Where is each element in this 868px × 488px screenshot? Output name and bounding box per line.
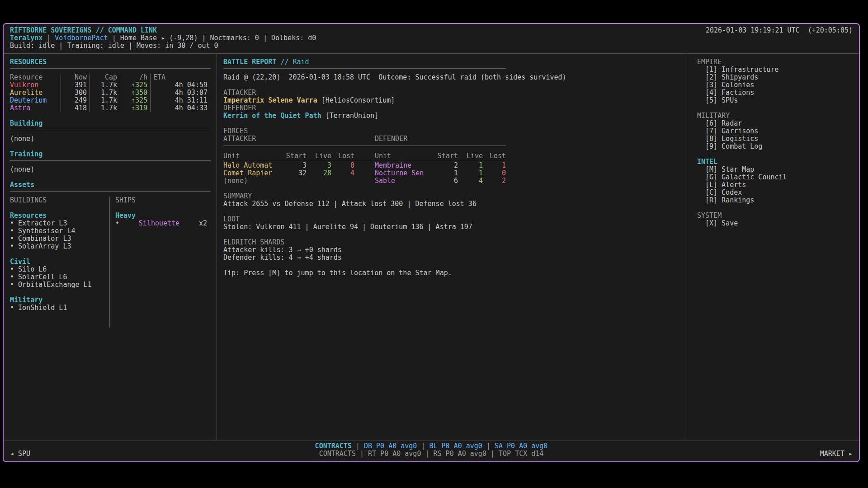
resource-row-deuterium: Deuterium 249 1.7k ↑325 4h 31:11	[10, 97, 210, 104]
unit-live: 4	[458, 177, 483, 185]
ticker-seg: RT P0 A0 avg0	[368, 450, 421, 458]
building-item: Synthesiser L4	[10, 227, 109, 235]
menu-item-save[interactable]: [X]Save	[705, 220, 853, 227]
menu-item-shipyards[interactable]: [2]Shipyards	[705, 74, 853, 81]
menu-item-rankings[interactable]: [R]Rankings	[705, 197, 853, 204]
menu-item-logistics[interactable]: [8]Logistics	[705, 135, 853, 143]
contracts-label[interactable]: CONTRACTS	[315, 442, 352, 450]
menu-item-alerts[interactable]: [L]Alerts	[705, 181, 853, 189]
resources-title: RESOURCES	[10, 58, 210, 66]
contracts-label[interactable]: CONTRACTS	[319, 450, 356, 458]
menu-item-spus[interactable]: [5]SPUs	[705, 97, 853, 104]
menu-item-colonies[interactable]: [3]Colonies	[705, 81, 853, 89]
menu-title-intel: INTEL	[697, 158, 853, 166]
menu-item-star-map[interactable]: [M]Star Map	[705, 166, 853, 174]
resource-cap: 1.7k	[90, 104, 120, 112]
col-resource: Resource	[10, 74, 61, 81]
menu-item-radar[interactable]: [6]Radar	[705, 120, 853, 127]
unit-name: Membraine	[375, 162, 429, 169]
menu-item-galactic-council[interactable]: [G]Galactic Council	[705, 174, 853, 181]
hotkey: [G]	[705, 174, 717, 181]
market-nav[interactable]: MARKET ▸	[820, 450, 853, 458]
menu-item-label: Codex	[722, 188, 742, 197]
col-cap: Cap	[90, 74, 120, 81]
unit-live: 28	[307, 169, 331, 177]
resource-row-vulkron: Vulkron 391 1.7k ↑325 4h 04:59	[10, 81, 210, 89]
hotkey: [8]	[705, 135, 717, 143]
resource-name: Deuterium	[10, 97, 61, 104]
separator: |	[417, 442, 429, 450]
col-lost: Lost	[483, 152, 506, 162]
footer: CONTRACTS | DB P0 A0 avg0 | BL P0 A0 avg…	[4, 441, 859, 461]
ticker-seg: DB P0 A0 avg0	[364, 442, 417, 450]
hotkey: [4]	[705, 89, 717, 97]
resource-now: 300	[61, 89, 90, 97]
ticker-seg: TOP TCX d14	[499, 450, 543, 458]
ship-name: Silhouette	[139, 220, 179, 227]
resource-now: 418	[61, 104, 90, 112]
header: RIFTBORNE SOVEREIGNS // COMMAND LINK 202…	[4, 24, 859, 54]
group-resources: Resources	[10, 212, 109, 220]
hotkey: [R]	[705, 197, 717, 204]
loot-label: LOOT	[223, 216, 680, 223]
loot-text: Stolen: Vulkron 411 | Aurelite 94 | Deut…	[223, 223, 680, 231]
building-item: IonShield L1	[10, 304, 109, 312]
col-rate: /h	[120, 74, 150, 81]
unit-start	[278, 177, 307, 185]
col-live: Live	[307, 152, 331, 162]
separator: |	[482, 442, 495, 450]
summary-label: SUMMARY	[223, 192, 680, 200]
resource-rate: ↑319	[120, 104, 150, 112]
resource-rate: ↑350	[120, 89, 150, 97]
building-item: Extractor L3	[10, 220, 109, 227]
shards-attacker-line: Attacker kills: 3 → +0 shards	[223, 246, 680, 254]
menu-item-infrastructure[interactable]: [1]Infrastructure	[705, 66, 853, 74]
col-unit: Unit	[223, 152, 278, 162]
divider	[10, 130, 211, 130]
training-status: (none)	[10, 166, 210, 174]
resource-rate: ↑325	[120, 81, 150, 89]
attacker-label: ATTACKER	[223, 89, 680, 97]
ships-header: SHIPS	[115, 197, 210, 204]
battle-headline: Raid @ (22,20) 2026-01-03 18:58 UTC Outc…	[223, 74, 680, 81]
ticker-seg: RS P0 A0 avg0	[434, 450, 486, 458]
hotkey: [2]	[705, 74, 717, 81]
forces-tables: Unit Start Live Lost Halo Automat 3 3 0 …	[223, 152, 506, 185]
unit-start: 1	[429, 169, 458, 177]
spu-nav[interactable]: ◂ SPU	[10, 450, 30, 458]
menu-item-factions[interactable]: [4]Factions	[705, 89, 853, 97]
unit-name: Halo Automat	[223, 162, 278, 169]
unit-start: 3	[278, 162, 307, 169]
unit-live: 1	[458, 169, 483, 177]
app-title: RIFTBORNE SOVEREIGNS // COMMAND LINK	[10, 27, 157, 34]
menu-item-label: Star Map	[722, 165, 754, 174]
menu-item-combat-log[interactable]: [9]Combat Log	[705, 143, 853, 150]
contracts-ticker-line-2: CONTRACTS | RT P0 A0 avg0 | RS P0 A0 avg…	[4, 450, 859, 458]
unit-name: Sable	[375, 177, 429, 185]
building-item: OrbitalExchange L1	[10, 281, 109, 289]
ticker-seg: BL P0 A0 avg0	[429, 442, 482, 450]
hotkey: [C]	[705, 189, 717, 197]
tip-text: Tip: Press [M] to jump to this location …	[223, 269, 680, 277]
menu-item-codex[interactable]: [C]Codex	[705, 189, 853, 197]
separator: |	[421, 450, 433, 458]
resource-name: Aurelite	[10, 89, 61, 97]
unit-lost: 0	[483, 169, 506, 177]
separator: |	[352, 442, 364, 450]
body: RESOURCES Resource Now Cap /h ETA Vulkro…	[4, 54, 859, 441]
forces-side-labels: ATTACKER DEFENDER	[223, 135, 506, 146]
resource-eta: 4h 04:59	[150, 81, 208, 89]
menu-item-label: Garrisons	[722, 127, 758, 135]
col-start: Start	[429, 152, 458, 162]
menu-item-label: Infrastructure	[722, 66, 778, 74]
menu-item-garrisons[interactable]: [7]Garrisons	[705, 127, 853, 135]
battle-report-type: Raid	[289, 58, 309, 66]
status-line-2: Build: idle | Training: idle | Moves: in…	[10, 42, 853, 50]
overview-column: RESOURCES Resource Now Cap /h ETA Vulkro…	[4, 54, 217, 441]
separator: |	[42, 34, 55, 42]
unit-live: 3	[307, 162, 331, 169]
unit-start: 6	[429, 177, 458, 185]
assets-section: BUILDINGS Resources Extractor L3 Synthes…	[10, 197, 210, 328]
divider	[223, 68, 506, 69]
buildings-list: BUILDINGS Resources Extractor L3 Synthes…	[10, 197, 110, 328]
